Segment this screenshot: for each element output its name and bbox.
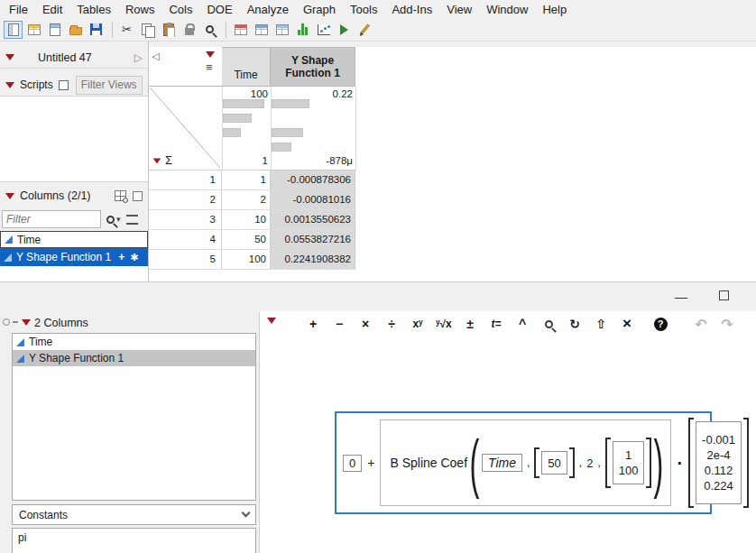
plus-operator[interactable]: + [367,456,374,470]
menu-file[interactable]: File [2,1,35,18]
delete-button[interactable]: − [329,315,349,333]
run-script-icon[interactable] [335,21,354,39]
menu-rows[interactable]: Rows [118,1,162,18]
panel-dock-icon[interactable] [133,191,143,201]
multiply-button[interactable]: × [355,315,375,333]
fe-column-item-time[interactable]: Time [13,334,255,350]
subset-table-icon[interactable] [252,21,271,39]
column-item-y-shape[interactable]: Y Shape Function 1 + ✱ [0,248,148,266]
tab-filter-views[interactable]: Filter Views [76,76,143,95]
table-row[interactable]: 3 10 0.0013550623 [149,210,356,230]
apply-button[interactable]: ⇧ [591,315,611,333]
bspline-term[interactable]: B Spline Coef ( Time , 50 , 2 , 1 100 [380,419,671,506]
cell-y-shape[interactable]: -0.000878306 [271,171,355,189]
menu-graph[interactable]: Graph [296,1,343,18]
scripts-list-area[interactable] [0,96,148,182]
column-argument[interactable]: Time [482,454,522,472]
new-window-icon[interactable] [45,21,64,39]
row-number[interactable]: 5 [149,250,222,269]
power-button[interactable]: xʸ [408,315,428,333]
annotate-icon[interactable] [355,21,374,39]
help-button[interactable]: ? [650,315,670,333]
filter-settings-icon[interactable] [126,215,138,225]
new-data-table-icon[interactable] [24,21,43,39]
data-table-icon[interactable] [231,21,250,39]
columns-list-red-triangle-icon[interactable] [22,319,31,326]
row-number[interactable]: 3 [149,210,222,229]
cell-y-shape[interactable]: 0.0013550623 [271,210,355,229]
grid-red-triangle-icon[interactable] [206,51,215,58]
table-row[interactable]: 4 50 0.0553827216 [149,230,356,250]
column-header-y-shape[interactable]: Y Shape Function 1 [271,47,355,87]
column-manager-icon[interactable] [115,190,126,201]
row-number[interactable]: 1 [149,171,222,189]
save-icon[interactable] [87,21,106,39]
dock-handle-icon[interactable] [3,318,10,326]
open-icon[interactable] [66,21,85,39]
unary-sign-button[interactable]: ± [460,315,480,333]
cell-time[interactable]: 1 [222,171,271,189]
journal-icon[interactable] [4,21,23,39]
menu-tools[interactable]: Tools [343,1,384,18]
columns-viewer-icon[interactable] [293,21,312,39]
formula-expression[interactable]: 0 + B Spline Coef ( Time , 50 , 2 , 1 [335,411,712,514]
table-red-triangle-icon[interactable] [5,54,14,60]
column-header-time[interactable]: Time [222,47,271,87]
paste-icon[interactable] [159,21,178,39]
peel-expression-button[interactable]: ^ [512,315,532,333]
cell-y-shape[interactable]: 0.0553827216 [271,230,355,249]
fe-red-triangle-icon[interactable] [267,318,276,324]
redo-button[interactable]: ↷ [717,315,737,333]
cell-time[interactable]: 2 [222,190,271,209]
zoom-button[interactable] [539,315,558,333]
menu-edit[interactable]: Edit [35,1,69,18]
menu-doe[interactable]: DOE [199,1,239,18]
table-row[interactable]: 5 100 0.2241908382 [149,250,356,270]
copy-icon[interactable] [138,21,157,39]
clear-button[interactable]: × [617,315,637,333]
coefficient-vector[interactable]: -0.001 2e-4 0.112 0.224 [688,418,749,508]
rows-red-triangle-icon[interactable] [153,159,161,164]
cell-y-shape[interactable]: -0.00081016 [271,190,355,209]
minimize-button[interactable]: — [675,290,687,304]
table-row[interactable]: 2 2 -0.00081016 [149,190,356,210]
divide-button[interactable]: ÷ [382,315,401,333]
menu-addins[interactable]: Add-Ins [384,1,439,18]
menu-analyze[interactable]: Analyze [240,1,296,18]
cell-time[interactable]: 100 [222,250,271,269]
column-item-time[interactable]: Time [0,231,148,248]
maximize-button[interactable] [719,290,729,300]
cut-icon[interactable]: ✂ [117,21,136,39]
columns-filter-input[interactable] [2,210,101,228]
fe-column-item-y-shape[interactable]: Y Shape Function 1 [13,350,255,366]
undo-button[interactable]: ↶ [691,315,711,333]
menu-window[interactable]: Window [479,1,535,18]
table-row[interactable]: 1 1 -0.000878306 [149,171,356,190]
root-button[interactable]: ʸ√x [434,315,454,333]
menu-cols[interactable]: Cols [161,1,199,18]
cell-y-shape[interactable]: 0.2241908382 [271,250,355,269]
constants-dropdown[interactable]: Constants [12,504,256,525]
range-matrix[interactable]: 1 100 [605,438,652,488]
row-number[interactable]: 4 [149,230,222,249]
menu-help[interactable]: Help [535,1,574,18]
columns-red-triangle-icon[interactable] [5,193,14,199]
play-icon[interactable]: ▷ [134,51,143,64]
row-number[interactable]: 2 [149,190,222,209]
scripts-checkbox[interactable] [59,80,69,90]
filter-search-icon[interactable]: ▾ [106,215,121,224]
constant-item-pi[interactable]: pi [18,531,26,544]
switch-terms-button[interactable]: ↻ [565,315,585,333]
insert-button[interactable]: + [303,315,323,333]
lock-icon[interactable] [180,21,198,39]
menu-tables[interactable]: Tables [69,1,118,18]
knots-matrix[interactable]: 50 [534,447,574,478]
search-icon[interactable] [200,21,219,39]
join-table-icon[interactable] [272,21,291,39]
cell-time[interactable]: 10 [222,210,271,229]
degree-argument[interactable]: 2 [586,456,593,470]
scripts-red-triangle-icon[interactable] [5,82,14,88]
cell-time[interactable]: 50 [222,230,271,249]
row-menu-icon[interactable]: ≡ [206,61,213,73]
disclosure-icon[interactable]: ◁ [152,51,159,62]
